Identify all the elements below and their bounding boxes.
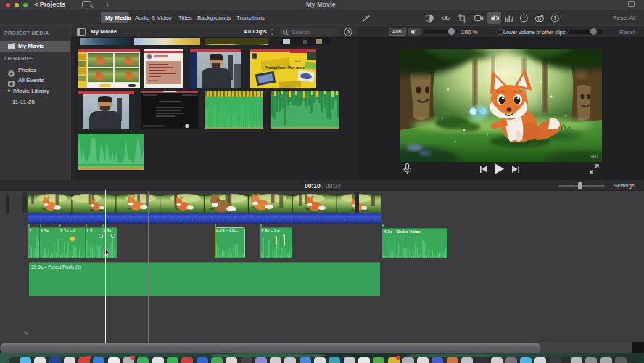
svg-text:Veo: Veo	[590, 154, 598, 158]
